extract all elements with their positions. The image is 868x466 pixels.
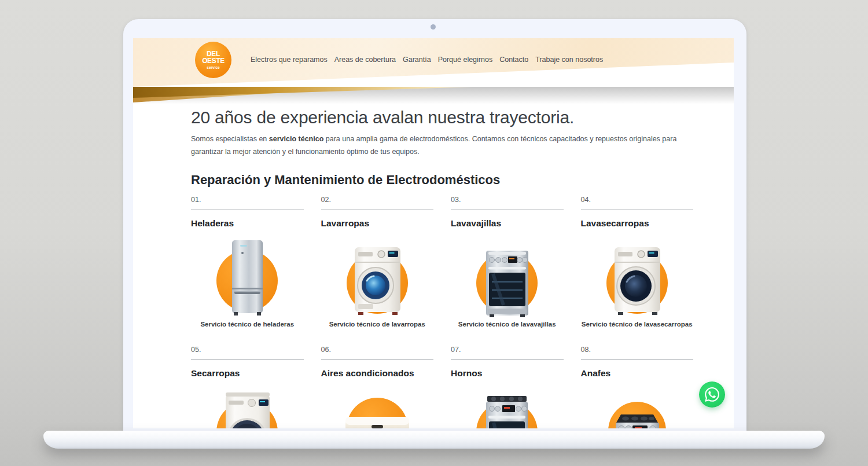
service-number: 03. (451, 196, 564, 210)
laptop-screen: DEL OESTE service Electros que reparamos… (133, 38, 734, 428)
intro-paragraph: Somos especialistas en servicio técnico … (191, 133, 677, 159)
air-conditioner-icon (337, 387, 418, 428)
service-image (191, 387, 304, 428)
service-image (451, 387, 564, 428)
service-name: Lavasecarropas (581, 218, 694, 229)
service-name: Aires acondicionados (321, 368, 434, 379)
oven-icon (466, 387, 547, 428)
intro-text: Somos especialistas en (191, 135, 269, 143)
service-name: Lavavajillas (451, 218, 564, 229)
service-card-lavasecarropas: 04. Lavasecarropas (581, 196, 694, 337)
whatsapp-button[interactable] (699, 381, 725, 408)
service-image (451, 237, 564, 318)
laptop-base (43, 431, 825, 449)
service-name: Hornos (451, 368, 564, 379)
service-card-anafes: 08. Anafes (581, 346, 694, 428)
service-card-secarropas: 05. Secarropas (191, 346, 304, 428)
whatsapp-icon (705, 387, 719, 402)
service-name: Lavarropas (321, 218, 434, 229)
service-card-lavarropas: 02. Lavarropas (321, 196, 434, 337)
washing-machine-icon (337, 237, 418, 318)
logo-text: DEL OESTE (195, 50, 231, 64)
service-caption: Servicio técnico de heladeras (191, 320, 304, 337)
service-number: 08. (581, 346, 694, 360)
cooktop-icon (597, 387, 678, 428)
backdrop: DEL OESTE service Electros que reparamos… (0, 0, 868, 466)
service-caption: Servicio técnico de lavarropas (321, 320, 434, 337)
laptop-lid: DEL OESTE service Electros que reparamos… (123, 19, 746, 431)
service-caption: Servicio técnico de lavavajillas (451, 320, 564, 337)
service-name: Secarropas (191, 368, 304, 379)
service-image (191, 237, 304, 318)
main-nav: Electros que reparamos Areas de cobertur… (251, 56, 603, 64)
nav-item-garantia[interactable]: Garantía (403, 56, 431, 64)
service-card-hornos: 07. Hornos (451, 346, 564, 428)
service-card-aires: 06. Aires acondicionados (321, 346, 434, 428)
service-image (321, 387, 434, 428)
service-number: 05. (191, 346, 304, 360)
site-logo[interactable]: DEL OESTE service (195, 42, 231, 78)
intro-bold-text: servicio técnico (269, 135, 324, 143)
logo-subtext: service (207, 65, 219, 69)
nav-item-elegirnos[interactable]: Porqué elegirnos (438, 56, 493, 64)
service-image (321, 237, 434, 318)
nav-item-electros[interactable]: Electros que reparamos (251, 56, 328, 64)
service-card-lavavajillas: 03. Lavavajillas (451, 196, 564, 337)
services-grid: 01. Heladeras (191, 196, 693, 428)
site-header: DEL OESTE service Electros que reparamos… (133, 38, 734, 87)
service-image (581, 387, 694, 428)
washer-dryer-icon (597, 237, 678, 318)
service-number: 06. (321, 346, 434, 360)
refrigerator-icon (207, 237, 288, 318)
services-title: Reparación y Mantenimiento de Electrodom… (191, 173, 693, 188)
service-card-heladeras: 01. Heladeras (191, 196, 304, 337)
main-content: 20 años de experiencia avalan nuestra tr… (191, 108, 693, 428)
service-image (581, 237, 694, 318)
nav-item-cobertura[interactable]: Areas de cobertura (334, 56, 396, 64)
camera-dot (431, 24, 436, 30)
service-number: 07. (451, 346, 564, 360)
dryer-icon (207, 387, 288, 428)
service-number: 01. (191, 196, 304, 210)
service-caption: Servicio técnico de lavasecarropas (581, 320, 694, 337)
nav-item-contacto[interactable]: Contacto (499, 56, 528, 64)
nav-item-trabaje[interactable]: Trabaje con nosotros (535, 56, 603, 64)
dishwasher-icon (466, 237, 547, 318)
service-number: 02. (321, 196, 434, 210)
page-title: 20 años de experiencia avalan nuestra tr… (191, 108, 693, 127)
service-name: Anafes (581, 368, 694, 379)
service-number: 04. (581, 196, 694, 210)
service-name: Heladeras (191, 218, 304, 229)
